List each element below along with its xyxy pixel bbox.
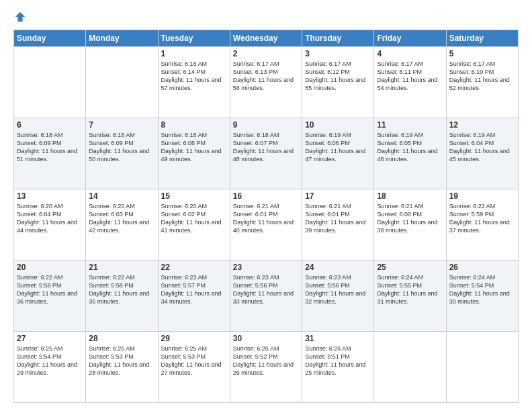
calendar-cell xyxy=(446,332,518,403)
day-number: 12 xyxy=(449,120,515,130)
day-number: 23 xyxy=(233,263,299,272)
day-info: Sunrise: 6:22 AM Sunset: 5:58 PM Dayligh… xyxy=(89,273,154,306)
calendar-cell: 5Sunrise: 6:17 AM Sunset: 6:10 PM Daylig… xyxy=(446,47,518,118)
calendar-cell: 12Sunrise: 6:19 AM Sunset: 6:04 PM Dayli… xyxy=(446,118,518,189)
day-number: 20 xyxy=(17,263,83,272)
calendar-cell: 11Sunrise: 6:19 AM Sunset: 6:05 PM Dayli… xyxy=(374,118,446,189)
calendar-cell: 21Sunrise: 6:22 AM Sunset: 5:58 PM Dayli… xyxy=(86,261,158,332)
day-info: Sunrise: 6:18 AM Sunset: 6:08 PM Dayligh… xyxy=(161,131,227,164)
day-number: 29 xyxy=(161,334,227,343)
day-number: 11 xyxy=(377,120,443,130)
day-info: Sunrise: 6:19 AM Sunset: 6:05 PM Dayligh… xyxy=(377,131,443,164)
calendar-cell: 8Sunrise: 6:18 AM Sunset: 6:08 PM Daylig… xyxy=(158,118,230,189)
svg-marker-0 xyxy=(15,12,25,21)
calendar-cell: 18Sunrise: 6:21 AM Sunset: 6:00 PM Dayli… xyxy=(374,189,446,261)
day-number: 1 xyxy=(161,49,227,58)
calendar-cell: 4Sunrise: 6:17 AM Sunset: 6:11 PM Daylig… xyxy=(374,47,446,118)
calendar-cell: 3Sunrise: 6:17 AM Sunset: 6:12 PM Daylig… xyxy=(302,47,374,118)
calendar-cell: 25Sunrise: 6:24 AM Sunset: 5:55 PM Dayli… xyxy=(374,261,446,332)
calendar-header-monday: Monday xyxy=(86,30,158,47)
calendar-cell: 28Sunrise: 6:25 AM Sunset: 5:53 PM Dayli… xyxy=(86,332,158,403)
day-number: 19 xyxy=(449,191,515,201)
calendar-week-1: 6Sunrise: 6:18 AM Sunset: 6:09 PM Daylig… xyxy=(14,118,519,189)
day-info: Sunrise: 6:21 AM Sunset: 6:01 PM Dayligh… xyxy=(233,202,299,235)
day-number: 25 xyxy=(377,263,443,272)
calendar-header-row: SundayMondayTuesdayWednesdayThursdayFrid… xyxy=(14,30,519,47)
day-number: 31 xyxy=(305,334,371,343)
calendar-cell xyxy=(374,332,446,403)
day-number: 27 xyxy=(17,334,83,343)
calendar-cell: 13Sunrise: 6:20 AM Sunset: 6:04 PM Dayli… xyxy=(14,189,86,261)
day-info: Sunrise: 6:21 AM Sunset: 6:00 PM Dayligh… xyxy=(377,202,443,235)
day-number: 22 xyxy=(161,263,227,272)
day-number: 13 xyxy=(17,191,83,201)
day-info: Sunrise: 6:20 AM Sunset: 6:04 PM Dayligh… xyxy=(17,202,83,235)
day-info: Sunrise: 6:20 AM Sunset: 6:03 PM Dayligh… xyxy=(89,202,154,235)
day-number: 16 xyxy=(233,191,299,201)
day-info: Sunrise: 6:17 AM Sunset: 6:10 PM Dayligh… xyxy=(449,60,515,93)
day-info: Sunrise: 6:25 AM Sunset: 5:53 PM Dayligh… xyxy=(89,345,154,377)
calendar-cell: 9Sunrise: 6:18 AM Sunset: 6:07 PM Daylig… xyxy=(230,118,302,189)
day-info: Sunrise: 6:23 AM Sunset: 5:57 PM Dayligh… xyxy=(161,273,227,306)
calendar-cell: 27Sunrise: 6:25 AM Sunset: 5:54 PM Dayli… xyxy=(14,332,86,403)
calendar-cell: 17Sunrise: 6:21 AM Sunset: 6:01 PM Dayli… xyxy=(302,189,374,261)
day-info: Sunrise: 6:18 AM Sunset: 6:09 PM Dayligh… xyxy=(89,131,154,164)
day-info: Sunrise: 6:22 AM Sunset: 5:58 PM Dayligh… xyxy=(17,273,83,306)
day-number: 6 xyxy=(17,120,83,130)
calendar-cell: 2Sunrise: 6:17 AM Sunset: 6:13 PM Daylig… xyxy=(230,47,302,118)
day-number: 21 xyxy=(89,263,154,272)
day-number: 26 xyxy=(449,263,515,272)
day-info: Sunrise: 6:25 AM Sunset: 5:53 PM Dayligh… xyxy=(161,345,227,377)
calendar-week-4: 27Sunrise: 6:25 AM Sunset: 5:54 PM Dayli… xyxy=(14,332,519,403)
day-number: 17 xyxy=(305,191,371,201)
day-number: 7 xyxy=(89,120,154,130)
day-number: 15 xyxy=(161,191,227,201)
logo-icon xyxy=(14,11,26,23)
logo xyxy=(13,11,26,23)
calendar-cell xyxy=(86,47,158,118)
calendar-header-wednesday: Wednesday xyxy=(230,30,302,47)
calendar-cell: 29Sunrise: 6:25 AM Sunset: 5:53 PM Dayli… xyxy=(158,332,230,403)
calendar-cell: 1Sunrise: 6:16 AM Sunset: 6:14 PM Daylig… xyxy=(158,47,230,118)
calendar-cell: 23Sunrise: 6:23 AM Sunset: 5:56 PM Dayli… xyxy=(230,261,302,332)
page: SundayMondayTuesdayWednesdayThursdayFrid… xyxy=(0,0,532,411)
calendar-cell xyxy=(14,47,86,118)
calendar-cell: 26Sunrise: 6:24 AM Sunset: 5:54 PM Dayli… xyxy=(446,261,518,332)
day-info: Sunrise: 6:19 AM Sunset: 6:06 PM Dayligh… xyxy=(305,131,371,164)
calendar-cell: 30Sunrise: 6:26 AM Sunset: 5:52 PM Dayli… xyxy=(230,332,302,403)
day-info: Sunrise: 6:23 AM Sunset: 5:56 PM Dayligh… xyxy=(305,273,371,306)
calendar-week-3: 20Sunrise: 6:22 AM Sunset: 5:58 PM Dayli… xyxy=(14,261,519,332)
day-info: Sunrise: 6:21 AM Sunset: 6:01 PM Dayligh… xyxy=(305,202,371,235)
calendar-cell: 24Sunrise: 6:23 AM Sunset: 5:56 PM Dayli… xyxy=(302,261,374,332)
day-number: 3 xyxy=(305,49,371,58)
day-number: 14 xyxy=(89,191,154,201)
calendar-cell: 22Sunrise: 6:23 AM Sunset: 5:57 PM Dayli… xyxy=(158,261,230,332)
calendar-header-tuesday: Tuesday xyxy=(158,30,230,47)
header xyxy=(13,11,519,23)
calendar-cell: 7Sunrise: 6:18 AM Sunset: 6:09 PM Daylig… xyxy=(86,118,158,189)
calendar-week-2: 13Sunrise: 6:20 AM Sunset: 6:04 PM Dayli… xyxy=(14,189,519,261)
day-info: Sunrise: 6:25 AM Sunset: 5:54 PM Dayligh… xyxy=(17,345,83,377)
calendar-week-0: 1Sunrise: 6:16 AM Sunset: 6:14 PM Daylig… xyxy=(14,47,519,118)
day-number: 8 xyxy=(161,120,227,130)
calendar-header-sunday: Sunday xyxy=(14,30,86,47)
day-number: 2 xyxy=(233,49,299,58)
calendar-cell: 16Sunrise: 6:21 AM Sunset: 6:01 PM Dayli… xyxy=(230,189,302,261)
calendar-cell: 14Sunrise: 6:20 AM Sunset: 6:03 PM Dayli… xyxy=(86,189,158,261)
day-number: 9 xyxy=(233,120,299,130)
calendar-cell: 15Sunrise: 6:20 AM Sunset: 6:02 PM Dayli… xyxy=(158,189,230,261)
day-info: Sunrise: 6:26 AM Sunset: 5:52 PM Dayligh… xyxy=(233,345,299,377)
day-info: Sunrise: 6:24 AM Sunset: 5:55 PM Dayligh… xyxy=(377,273,443,306)
day-info: Sunrise: 6:16 AM Sunset: 6:14 PM Dayligh… xyxy=(161,60,227,93)
day-number: 10 xyxy=(305,120,371,130)
calendar-cell: 31Sunrise: 6:26 AM Sunset: 5:51 PM Dayli… xyxy=(302,332,374,403)
day-info: Sunrise: 6:18 AM Sunset: 6:07 PM Dayligh… xyxy=(233,131,299,164)
day-number: 18 xyxy=(377,191,443,201)
day-info: Sunrise: 6:17 AM Sunset: 6:13 PM Dayligh… xyxy=(233,60,299,93)
calendar-header-friday: Friday xyxy=(374,30,446,47)
calendar-header-thursday: Thursday xyxy=(302,30,374,47)
day-info: Sunrise: 6:17 AM Sunset: 6:11 PM Dayligh… xyxy=(377,60,443,93)
day-info: Sunrise: 6:20 AM Sunset: 6:02 PM Dayligh… xyxy=(161,202,227,235)
calendar-cell: 20Sunrise: 6:22 AM Sunset: 5:58 PM Dayli… xyxy=(14,261,86,332)
calendar-cell: 6Sunrise: 6:18 AM Sunset: 6:09 PM Daylig… xyxy=(14,118,86,189)
